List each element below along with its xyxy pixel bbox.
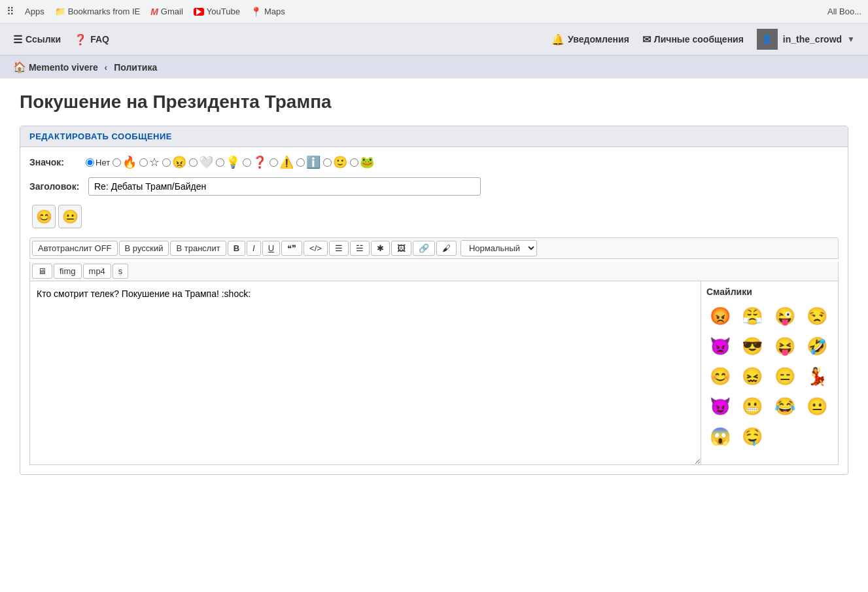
nav-notifications[interactable]: 🔔 Уведомления — [551, 33, 629, 46]
gmail-item[interactable]: M Gmail — [150, 7, 183, 17]
toolbar-row1: Автотранслит OFF В русский В транслит B … — [29, 237, 839, 259]
gmail-icon: M — [150, 7, 158, 17]
bold-button[interactable]: B — [228, 241, 245, 256]
all-bookmarks[interactable]: All Boo... — [827, 7, 861, 16]
maps-item[interactable]: 📍 Maps — [251, 7, 285, 17]
autotranslit-button[interactable]: Автотранслит OFF — [32, 241, 118, 256]
smiley-11[interactable]: 😑 — [771, 362, 799, 390]
radio-star[interactable]: ☆ — [139, 156, 160, 168]
apps-icon[interactable]: ⠿ — [7, 5, 14, 18]
home-icon: 🏠 — [13, 61, 26, 73]
radio-fire[interactable]: 🔥 — [113, 156, 137, 168]
smiley-5[interactable]: 👿 — [706, 332, 734, 360]
smiley-16[interactable]: 😐 — [803, 392, 831, 420]
radio-bulb[interactable]: 💡 — [216, 156, 240, 168]
youtube-icon — [194, 8, 204, 16]
icon-row: Значок: Нет 🔥 ☆ 😠 — [29, 156, 839, 168]
subject-row: Заголовок: — [29, 177, 839, 196]
radio-smile[interactable]: 🙂 — [323, 156, 347, 168]
bookmarks-item[interactable]: 📁 Bookmarks from IE — [55, 7, 141, 16]
format-select[interactable]: Нормальный Заголовок 1 Заголовок 2 Малый — [460, 240, 537, 256]
radio-frog[interactable]: 🐸 — [350, 156, 374, 168]
top-nav: ☰ Ссылки ❓ FAQ 🔔 Уведомления ✉ Личные со… — [0, 24, 868, 56]
smileys-panel: Смайлики 😡 😤 😜 😒 👿 😎 😝 🤣 😊 😖 😑 💃 😈 😬 — [701, 281, 838, 464]
underline-button[interactable]: U — [262, 241, 280, 256]
italic-button[interactable]: I — [247, 241, 261, 256]
avatar: 👤 — [757, 29, 778, 50]
smiley-grid: 😡 😤 😜 😒 👿 😎 😝 🤣 😊 😖 😑 💃 😈 😬 😂 😐 — [706, 302, 833, 450]
radio-warning[interactable]: ⚠️ — [269, 156, 294, 168]
smiley-1[interactable]: 😡 — [706, 302, 734, 330]
editor-area: Кто смотрит телек? Покушение на Трампа! … — [29, 281, 839, 465]
edit-box-header: РЕДАКТИРОВАТЬ СООБЩЕНИЕ — [20, 126, 848, 147]
radio-question[interactable]: ❓ — [243, 156, 267, 168]
fimg-button[interactable]: fimg — [54, 264, 82, 279]
page-title-section: Покушение на Президента Трампа — [0, 78, 868, 119]
message-icon: ✉ — [642, 33, 651, 46]
smiley-15[interactable]: 😂 — [771, 392, 799, 420]
smiley-10[interactable]: 😖 — [738, 362, 766, 390]
nav-links[interactable]: ☰ Ссылки — [13, 33, 61, 46]
smiley-6[interactable]: 😎 — [738, 332, 766, 360]
username: in_the_crowd — [783, 34, 842, 44]
smiley-12[interactable]: 💃 — [803, 362, 831, 390]
user-block[interactable]: 👤 in_the_crowd ▼ — [757, 29, 855, 50]
quote-button[interactable]: ❝❞ — [281, 241, 302, 256]
smiley-3[interactable]: 😜 — [771, 302, 799, 330]
smiley-18[interactable]: 🤤 — [738, 423, 766, 450]
s-button[interactable]: s — [113, 264, 129, 279]
radio-angry[interactable]: 😠 — [162, 156, 186, 168]
image-button[interactable]: 🖼 — [391, 241, 411, 256]
radio-none[interactable]: Нет — [86, 158, 110, 167]
nav-left: ☰ Ссылки ❓ FAQ — [13, 33, 109, 46]
toolbar-row2: 🖥 fimg mp4 s — [29, 262, 839, 281]
bell-icon: 🔔 — [551, 33, 564, 46]
paint-button[interactable]: 🖌 — [436, 241, 457, 256]
list-ordered-button[interactable]: ☱ — [350, 241, 370, 256]
breadcrumb-home[interactable]: Memento vivere — [29, 62, 98, 73]
smiley-7[interactable]: 😝 — [771, 332, 799, 360]
menu-icon: ☰ — [13, 33, 22, 46]
breadcrumb-section[interactable]: Политика — [114, 62, 157, 73]
dropdown-arrow-icon[interactable]: ▼ — [847, 35, 855, 44]
emoji-neutral-button[interactable]: 😐 — [58, 205, 82, 228]
code-button[interactable]: </> — [304, 241, 328, 256]
apps-label[interactable]: Apps — [25, 7, 44, 16]
subject-input[interactable] — [88, 177, 481, 196]
edit-box-body: Значок: Нет 🔥 ☆ 😠 — [20, 147, 848, 474]
breadcrumb-separator: ‹ — [105, 62, 108, 73]
mp4-button[interactable]: mp4 — [83, 264, 111, 279]
breadcrumb: 🏠 Memento vivere ‹ Политика — [0, 56, 868, 78]
icon-radio-group: Нет 🔥 ☆ 😠 🤍 — [86, 156, 374, 168]
page-title: Покушение на Президента Трампа — [20, 92, 848, 113]
link-button[interactable]: 🔗 — [413, 241, 435, 256]
monitor-button[interactable]: 🖥 — [32, 264, 52, 279]
smiley-14[interactable]: 😬 — [738, 392, 766, 420]
radio-info[interactable]: ℹ️ — [296, 156, 321, 168]
nav-faq[interactable]: ❓ FAQ — [74, 33, 109, 46]
message-editor[interactable]: Кто смотрит телек? Покушение на Трампа! … — [30, 281, 701, 464]
nav-right: 🔔 Уведомления ✉ Личные сообщения 👤 in_th… — [551, 29, 855, 50]
to-russian-button[interactable]: В русский — [119, 241, 169, 256]
faq-icon: ❓ — [74, 33, 87, 46]
emoji-add-button[interactable]: 😊 — [32, 205, 56, 228]
smiley-9[interactable]: 😊 — [706, 362, 734, 390]
nav-messages[interactable]: ✉ Личные сообщения — [642, 33, 744, 46]
radio-heart[interactable]: 🤍 — [189, 156, 213, 168]
star-button[interactable]: ✱ — [371, 241, 390, 256]
smiley-4[interactable]: 😒 — [803, 302, 831, 330]
folder-icon: 📁 — [55, 7, 65, 16]
smiley-8[interactable]: 🤣 — [803, 332, 831, 360]
smiley-17[interactable]: 😱 — [706, 423, 734, 450]
icon-label: Значок: — [29, 157, 82, 167]
subject-label: Заголовок: — [29, 181, 82, 192]
browser-bar: ⠿ Apps 📁 Bookmarks from IE M Gmail YouTu… — [0, 0, 868, 24]
smiley-2[interactable]: 😤 — [738, 302, 766, 330]
maps-icon: 📍 — [251, 7, 262, 17]
emoji-quick: 😊 😐 — [29, 202, 839, 231]
to-translit-button[interactable]: В транслит — [170, 241, 226, 256]
list-unordered-button[interactable]: ☰ — [329, 241, 349, 256]
smiley-13[interactable]: 😈 — [706, 392, 734, 420]
youtube-item[interactable]: YouTube — [194, 7, 240, 16]
edit-message-box: РЕДАКТИРОВАТЬ СООБЩЕНИЕ Значок: Нет 🔥 ☆ — [20, 126, 848, 475]
